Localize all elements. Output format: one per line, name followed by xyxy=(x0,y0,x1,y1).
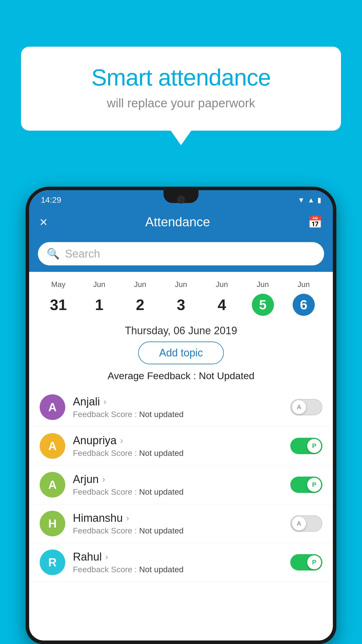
toggle-container: P xyxy=(290,438,322,454)
attendance-toggle[interactable]: P xyxy=(290,438,322,454)
student-list: AAnjali ›Feedback Score : Not updatedAAA… xyxy=(29,388,333,640)
toggle-container: P xyxy=(290,554,322,570)
chevron-icon: › xyxy=(102,474,105,484)
student-info[interactable]: Anupriya ›Feedback Score : Not updated xyxy=(73,434,283,458)
attendance-toggle[interactable]: A xyxy=(290,399,322,415)
date-number: 3 xyxy=(177,296,185,314)
attendance-toggle[interactable]: A xyxy=(290,515,322,532)
date-cell[interactable]: Jun6 xyxy=(283,280,324,316)
bubble-subtitle: will replace your paperwork xyxy=(44,96,318,110)
attendance-toggle[interactable]: P xyxy=(290,554,322,570)
phone-camera xyxy=(177,195,185,204)
student-feedback: Feedback Score : Not updated xyxy=(73,526,283,536)
student-avatar: H xyxy=(40,511,65,536)
calendar-icon[interactable]: 📅 xyxy=(308,215,322,229)
toggle-knob: A xyxy=(292,517,306,531)
date-month: Jun xyxy=(93,280,105,289)
student-feedback: Feedback Score : Not updated xyxy=(73,565,283,574)
avg-feedback-label: Average Feedback : xyxy=(108,370,199,381)
toggle-knob: P xyxy=(307,555,321,569)
app-bar: × Attendance 📅 xyxy=(29,207,333,237)
wifi-icon: ▼ xyxy=(298,196,305,204)
date-month: Jun xyxy=(175,280,187,289)
add-topic-button[interactable]: Add topic xyxy=(138,342,224,364)
student-feedback: Feedback Score : Not updated xyxy=(73,487,283,497)
bubble-title: Smart attendance xyxy=(44,64,318,91)
student-item: AAnjali ›Feedback Score : Not updatedA xyxy=(29,388,333,427)
chevron-icon: › xyxy=(105,552,108,562)
date-cell[interactable]: May31 xyxy=(38,280,79,316)
speech-bubble: Smart attendance will replace your paper… xyxy=(21,47,341,131)
student-avatar: A xyxy=(40,472,65,498)
selected-date-label: Thursday, 06 June 2019 xyxy=(29,319,333,342)
search-icon: 🔍 xyxy=(47,248,60,260)
date-row: May31Jun1Jun2Jun3Jun4Jun5Jun6 xyxy=(29,272,333,319)
toggle-container: P xyxy=(290,477,322,493)
status-time: 14:29 xyxy=(41,195,61,205)
battery-icon: ▮ xyxy=(317,196,321,204)
chevron-icon: › xyxy=(120,435,123,445)
student-item: AArjun ›Feedback Score : Not updatedP xyxy=(29,466,333,504)
student-feedback: Feedback Score : Not updated xyxy=(73,449,283,458)
date-number: 2 xyxy=(136,296,144,314)
avg-feedback-value: Not Updated xyxy=(199,370,254,381)
student-name: Arjun › xyxy=(73,473,283,486)
date-month: Jun xyxy=(298,280,310,289)
date-number: 5 xyxy=(259,297,267,313)
close-button[interactable]: × xyxy=(40,214,48,230)
date-cell[interactable]: Jun3 xyxy=(161,280,201,316)
chevron-icon: › xyxy=(126,513,129,523)
student-name: Rahul › xyxy=(73,551,283,563)
student-item: HHimanshu ›Feedback Score : Not updatedA xyxy=(29,504,333,543)
student-name: Anupriya › xyxy=(73,434,283,447)
search-input[interactable]: Search xyxy=(65,248,100,260)
date-cell[interactable]: Jun1 xyxy=(79,280,120,316)
toggle-container: A xyxy=(290,399,322,415)
student-avatar: R xyxy=(40,550,65,575)
toggle-knob: A xyxy=(292,400,306,414)
signal-icon: ▲ xyxy=(307,196,314,204)
date-month: Jun xyxy=(134,280,146,289)
date-number: 31 xyxy=(50,296,67,314)
student-info[interactable]: Rahul ›Feedback Score : Not updated xyxy=(73,551,283,574)
phone-frame: 14:29 ▼ ▲ ▮ × Attendance 📅 🔍 Search May3… xyxy=(26,187,336,644)
date-month: Jun xyxy=(216,280,228,289)
student-info[interactable]: Arjun ›Feedback Score : Not updated xyxy=(73,473,283,497)
toggle-knob: P xyxy=(307,439,321,453)
student-item: AAnupriya ›Feedback Score : Not updatedP xyxy=(29,427,333,466)
student-info[interactable]: Anjali ›Feedback Score : Not updated xyxy=(73,396,283,419)
date-cell[interactable]: Jun2 xyxy=(120,280,161,316)
toggle-container: A xyxy=(290,515,322,532)
date-cell[interactable]: Jun5 xyxy=(242,280,283,316)
date-cell[interactable]: Jun4 xyxy=(201,280,242,316)
phone-screen: 14:29 ▼ ▲ ▮ × Attendance 📅 🔍 Search May3… xyxy=(29,190,333,640)
student-avatar: A xyxy=(40,433,65,459)
student-info[interactable]: Himanshu ›Feedback Score : Not updated xyxy=(73,512,283,536)
status-icons: ▼ ▲ ▮ xyxy=(298,196,321,204)
student-name: Himanshu › xyxy=(73,512,283,524)
student-item: RRahul ›Feedback Score : Not updatedP xyxy=(29,543,333,582)
student-name: Anjali › xyxy=(73,396,283,408)
app-title: Attendance xyxy=(48,215,308,229)
toggle-knob: P xyxy=(307,478,321,492)
date-month: May xyxy=(51,280,66,289)
search-bar[interactable]: 🔍 Search xyxy=(38,242,324,265)
attendance-toggle[interactable]: P xyxy=(290,477,322,493)
student-feedback: Feedback Score : Not updated xyxy=(73,410,283,419)
phone-notch xyxy=(164,190,198,203)
date-number: 1 xyxy=(95,296,103,314)
date-number: 6 xyxy=(300,297,307,313)
chevron-icon: › xyxy=(103,397,106,407)
search-bar-container: 🔍 Search xyxy=(29,237,333,272)
student-avatar: A xyxy=(40,394,65,420)
date-number: 4 xyxy=(218,296,226,314)
date-month: Jun xyxy=(257,280,269,289)
avg-feedback: Average Feedback : Not Updated xyxy=(29,370,333,388)
